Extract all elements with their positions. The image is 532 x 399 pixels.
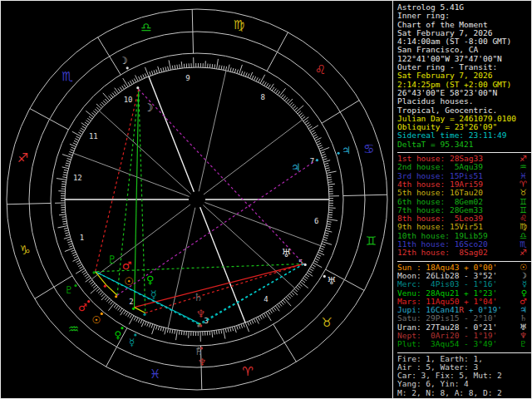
transit-dot-pluto — [74, 284, 76, 287]
sign-glyph-scorpio: ♏ — [62, 69, 73, 84]
sign-glyph-aries: ♈ — [242, 364, 253, 379]
info-line-17: DeltaT = 95.3421 — [397, 140, 531, 149]
natal-dot-sun — [115, 295, 117, 298]
totals-text: M: 2, N: 8, A: 8, D: 2 — [397, 388, 502, 397]
house-number-7: 7 — [310, 157, 314, 165]
natal-dot-saturn — [197, 324, 200, 327]
natal-glyph-mars: ♂ — [122, 259, 132, 272]
transit-glyph-uranus: ♅ — [327, 275, 336, 287]
natal-glyph-uranus: ♅ — [281, 247, 291, 259]
transit-glyph-moon: ☽ — [119, 55, 128, 66]
sign-glyph-libra: ♎ — [140, 20, 151, 35]
planet-latitude-text: - 3°49' — [459, 339, 497, 348]
natal-dot-uranus — [304, 264, 307, 266]
planet-positions-section: Sun : 18Aqu43 + 0°00'☉Moon: 26Lib28 - 3°… — [397, 261, 531, 351]
sign-glyph-leo: ♌ — [315, 62, 326, 77]
house-number-2: 2 — [129, 298, 133, 306]
transit-dot-jupiter — [337, 152, 340, 155]
house-number-1: 1 — [80, 234, 84, 242]
sign-glyph-pisces: ♓ — [150, 367, 160, 382]
natal-glyph-mercury: ☿ — [150, 288, 157, 301]
transit-glyph-mercury: ☿ — [129, 337, 135, 348]
info-text: DeltaT = 95.3421 — [397, 140, 474, 149]
info-sidebar: Astrolog 5.41GInner ring:Chart of the Mo… — [392, 1, 531, 398]
house-number-6: 6 — [314, 217, 318, 225]
natal-dot-pluto — [92, 271, 95, 273]
ring-circles — [7, 9, 387, 390]
transit-glyph-venus: ♀ — [115, 329, 122, 341]
planet-row-plut: Plut: 3Aqu54 - 3°49'♇ — [397, 340, 531, 348]
chart-wheel[interactable]: ♈♉♊♋♌♍♎♏♐♑♒♓123456789101112☉☽☿♀♂♃♄♅♆♇☉☽☿… — [1, 1, 393, 398]
transit-glyph-sun: ☉ — [92, 314, 101, 326]
planet-position-text: Plut: 3Aqu54 — [397, 339, 459, 348]
planet-glyph-plut: ♇ — [520, 339, 527, 348]
totals-line-5: M: 2, N: 8, A: 8, D: 2 — [397, 389, 531, 397]
natal-glyph-venus: ♀ — [146, 273, 155, 286]
transit-dot-uranus — [323, 275, 326, 278]
transit-dot-mars — [87, 300, 90, 303]
sign-glyph-virgo: ♍ — [234, 17, 244, 32]
chart-info-section: Astrolog 5.41GInner ring:Chart of the Mo… — [397, 2, 531, 150]
transit-glyph-mars: ♂ — [78, 302, 87, 313]
sign-glyph-cancer: ♋ — [363, 141, 374, 156]
natal-dot-mercury — [143, 313, 145, 316]
house-number-10: 10 — [124, 96, 133, 104]
natal-glyph-jupiter: ♃ — [291, 161, 301, 174]
house-number-9: 9 — [185, 74, 190, 82]
transit-dot-moon — [126, 66, 129, 69]
natal-glyph-pluto: ♇ — [107, 254, 117, 266]
astrolog-window: ♈♉♊♋♌♍♎♏♐♑♒♓123456789101112☉☽☿♀♂♃♄♅♆♇☉☽☿… — [0, 0, 532, 399]
sign-glyph-sagittarius: ♐ — [17, 150, 28, 165]
transit-dot-neptune — [200, 347, 203, 349]
natal-glyph-neptune: ♆ — [195, 308, 205, 320]
natal-glyph-saturn: ♄ — [194, 291, 204, 303]
transit-glyph-pluto: ♇ — [64, 284, 73, 296]
transit-glyph-jupiter: ♃ — [342, 145, 351, 156]
natal-dot-mars — [104, 285, 106, 288]
natal-dot-moon — [136, 86, 139, 89]
house-cusps-section: 1st house: 28Sag33♐2nd house: 5Aqu39♒3rd… — [397, 152, 531, 259]
house-cusp-text: 12th house: 8Sag02 — [397, 248, 488, 257]
natal-glyph-moon: ☽ — [144, 101, 154, 114]
natal-glyph-sun: ☉ — [124, 275, 134, 288]
natal-dot-neptune — [200, 324, 202, 327]
house-number-8: 8 — [260, 93, 264, 101]
sign-glyph-taurus: ♉ — [321, 315, 332, 330]
house-number-11: 11 — [89, 132, 98, 140]
sign-glyph-capricorn: ♑ — [20, 243, 31, 258]
sign-glyph-aquarius: ♒ — [68, 322, 79, 337]
natal-dot-jupiter — [316, 159, 318, 161]
house-row-12: 12th house: 8Sag02♐ — [397, 249, 531, 257]
house-number-12: 12 — [73, 174, 82, 182]
natal-dot-venus — [132, 308, 135, 310]
transit-glyph-neptune: ♆ — [198, 357, 207, 368]
sign-boundaries — [7, 9, 387, 390]
house-cusp-spokes — [65, 71, 329, 328]
sign-glyph-sag: ♐ — [520, 248, 527, 257]
sign-glyph-gemini: ♊ — [366, 234, 377, 249]
house-number-4: 4 — [264, 295, 268, 303]
element-totals-section: Fire: 1, Earth: 1,Air : 5, Water: 3Car: … — [397, 352, 531, 399]
